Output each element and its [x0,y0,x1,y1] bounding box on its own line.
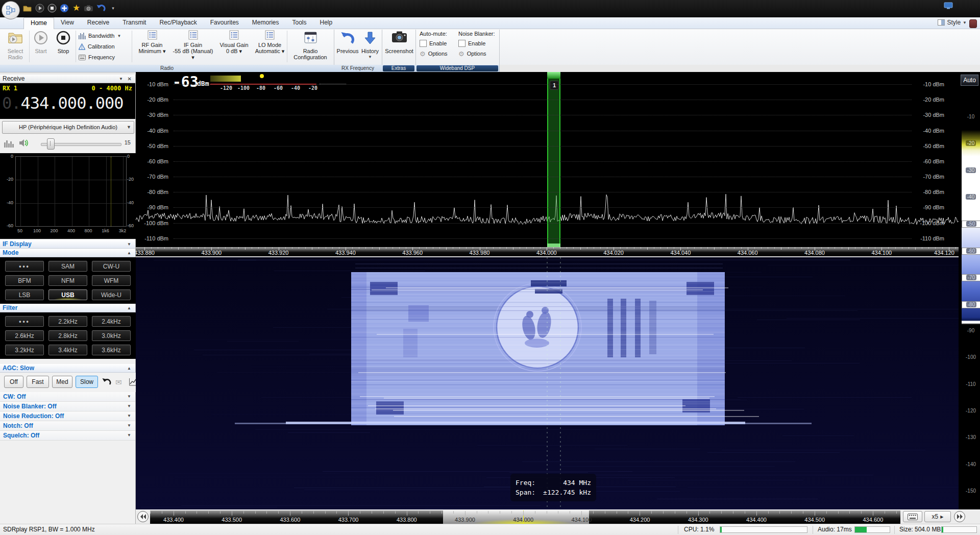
camera-icon[interactable] [84,3,93,13]
filter-button-3.2khz[interactable]: 3.2kHz [5,345,44,355]
zoom-level-button[interactable]: x5▶ [924,511,951,522]
tab-transmit[interactable]: Transmit [116,17,153,29]
ribbon-dropdown-lo-mode[interactable]: LO ModeAutomatic ▾ [254,30,286,54]
auto-mute-enable[interactable]: Enable [420,38,455,48]
mode-button-sam[interactable]: SAM [48,261,87,272]
select-radio-button[interactable]: Select Radio [2,30,29,60]
tab-receive[interactable]: Receive [81,17,116,29]
tab-memories[interactable]: Memories [246,17,286,29]
dsp-row-noise-blanker[interactable]: Noise Blanker: Off▼ [0,402,135,411]
fast-forward-button[interactable] [954,511,965,522]
mail-icon[interactable]: ✉ [115,378,122,387]
dsp-row-noise-reduction[interactable]: Noise Reduction: Off▼ [0,411,135,421]
auto-scale-button[interactable]: Auto [961,75,978,86]
tab-rec-playback[interactable]: Rec/Playback [153,17,203,29]
undo-icon[interactable] [96,3,106,13]
filter-button-3.6khz[interactable]: 3.6kHz [92,345,131,355]
audio-device-select[interactable]: HP (Périphérique High Definition Audio) … [2,121,134,134]
receive-panel-header[interactable]: Receive ▼ ✕ [0,75,135,83]
filter-button-3.0khz[interactable]: 3.0kHz [92,330,131,341]
frequency-button[interactable]: Frequency [79,52,131,62]
mode-button-nfm[interactable]: NFM [48,275,87,286]
stop-button[interactable]: Stop [52,30,75,54]
waterfall-display[interactable]: Freq:434 MHz Span:±122.745 kHz [136,257,959,509]
checkbox-icon[interactable] [420,40,427,47]
auto-mute-options[interactable]: ⚙Options [420,48,455,59]
ribbon-dropdown-visual-gain[interactable]: Visual Gain0 dB ▾ [215,30,253,54]
bandwidth-button[interactable]: Bandwidth▼ [79,31,131,41]
keyboard-entry-button[interactable] [903,511,922,522]
ribbon-dropdown-if-gain[interactable]: IF Gain-55 dB (Manual) ▾ [172,30,214,60]
favourite-icon[interactable]: ★ [71,3,81,13]
start-button[interactable]: Start [31,30,51,54]
filter-button--[interactable]: ••• [5,316,44,327]
chevron-down-icon: ▼ [127,240,131,249]
tab-tools[interactable]: Tools [286,17,313,29]
mode-button-cw-u[interactable]: CW-U [92,261,131,272]
filter-button-2.6khz[interactable]: 2.6kHz [5,330,44,341]
chevron-down-icon[interactable]: ▼ [119,75,123,83]
agc-button-off[interactable]: Off [4,376,23,388]
db-axis-label-right: -110 dBm [914,235,944,241]
agc-button-med[interactable]: Med [52,376,72,388]
tab-view[interactable]: View [54,17,81,29]
ribbon-corner-button[interactable] [969,19,977,28]
add-icon[interactable] [59,3,69,13]
channel-marker[interactable]: 1 [547,72,560,247]
play-icon[interactable] [35,3,44,13]
radio-configuration-button[interactable]: Radio Configuration [289,30,332,60]
tab-favourites[interactable]: Favourites [204,17,246,29]
waterfall-colorbar[interactable] [962,89,980,508]
mode-button--[interactable]: ••• [5,261,44,272]
dsp-row-cw[interactable]: CW: Off▼ [0,392,135,402]
filter-button-2.8khz[interactable]: 2.8kHz [48,330,87,341]
mode-button-usb[interactable]: USB [48,289,87,300]
volume-slider-thumb[interactable] [47,138,55,150]
mode-button-lsb[interactable]: LSB [5,289,44,300]
more-chevron-icon[interactable]: ▾ [108,3,118,13]
mode-button-wide-u[interactable]: Wide-U [92,289,131,300]
undo-icon[interactable] [101,377,112,388]
application-menu-button[interactable] [2,1,20,19]
filter-button-2.2khz[interactable]: 2.2kHz [48,316,87,327]
tab-home[interactable]: Home [23,17,54,29]
equalizer-icon[interactable] [4,139,14,150]
spectrum-display[interactable]: -63 dBm 1 -10 dBm-10 dBm-20 dBm-20 dBm-3… [136,72,959,247]
scroll-left-button[interactable] [137,511,149,522]
filter-section-header[interactable]: Filter▲ [0,304,135,312]
noise-blanker-enable[interactable]: Enable [458,38,497,48]
display-icon[interactable] [944,2,953,12]
stop-icon[interactable] [47,3,57,13]
agc-button-slow[interactable]: Slow [76,376,98,388]
filter-button-3.4khz[interactable]: 3.4kHz [48,345,87,355]
mode-button-wfm[interactable]: WFM [92,275,131,286]
if-display-section-header[interactable]: IF Display▼ [0,240,135,249]
audio-graph-y-label: 0 [127,154,130,159]
frequency-ruler[interactable]: 433.400433.500433.600433.700433.800433.9… [150,510,900,524]
mode-section-header[interactable]: Mode▲ [0,249,135,257]
checkbox-icon[interactable] [458,40,465,47]
noise-blanker-options[interactable]: ⚙Options [458,48,497,59]
calibration-button[interactable]: Calibration [79,41,131,52]
mode-button-bfm[interactable]: BFM [5,275,44,286]
open-folder-icon[interactable] [22,3,32,13]
dsp-row-squelch[interactable]: Squelch: Off▼ [0,431,135,441]
filter-button-2.4khz[interactable]: 2.4kHz [92,316,131,327]
frequency-digits[interactable]: 0.434.000.000 [2,93,123,113]
ribbon-tab-bar: HomeViewReceiveTransmitRec/PlaybackFavou… [0,17,980,29]
speaker-icon[interactable] [18,138,29,150]
ribbon-dropdown-rf-gain[interactable]: RF GainMinimum ▾ [134,30,170,54]
span-value: ±122.745 kHz [543,488,591,497]
history-button[interactable]: History ▼ [359,30,381,60]
style-selector[interactable]: Style ▼ [938,19,967,26]
screenshot-button[interactable]: Screenshot [384,30,414,54]
agc-button-fast[interactable]: Fast [27,376,49,388]
dsp-row-notch[interactable]: Notch: Off▼ [0,421,135,431]
select-radio-label: Select Radio [2,48,29,60]
close-icon[interactable]: ✕ [128,75,132,83]
agc-section-header[interactable]: AGC: Slow▲ [0,364,135,373]
previous-frequency-button[interactable]: Previous [336,30,359,54]
frequency-display[interactable]: RX 1 0 - 4000 Hz 0.434.000.000 [0,83,135,119]
tab-help[interactable]: Help [313,17,339,29]
spectrum-frequency-axis[interactable]: 433.880433.900433.920433.940433.960433.9… [136,247,959,256]
